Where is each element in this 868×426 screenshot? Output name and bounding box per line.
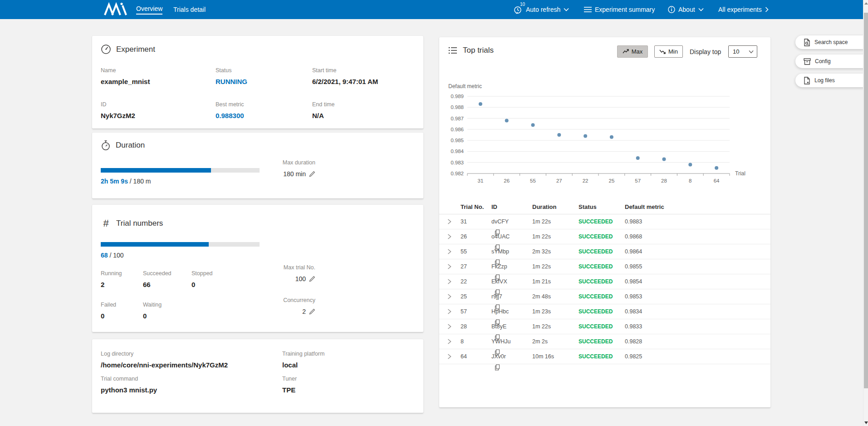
stat-value: 0	[191, 280, 260, 289]
row-expand-chevron-icon[interactable]	[447, 248, 451, 255]
row-expand-chevron-icon[interactable]	[447, 263, 451, 270]
field-tuner: Tuner TPE	[282, 375, 423, 395]
top-trials-title: Top trials	[463, 46, 494, 55]
duration-card: Duration 2h 5m 9s / 180 m Max duration 1…	[92, 133, 423, 198]
trend-up-icon	[623, 49, 629, 54]
row-expand-chevron-icon[interactable]	[447, 293, 451, 300]
vertical-scrollbar[interactable]	[863, 0, 868, 426]
table-row: 28 Bt8yE 1m 22s SUCCEEDED 0.9833	[439, 319, 770, 334]
row-expand-chevron-icon[interactable]	[447, 308, 451, 315]
nni-logo-icon	[103, 2, 129, 17]
log-file-icon	[804, 77, 810, 84]
table-row: 55 sYMbp 2m 32s SUCCEEDED 0.9864	[439, 244, 770, 259]
field-value: /home/core/nni-experiments/Nyk7GzM2	[101, 361, 282, 370]
auto-refresh-badge: 10	[520, 2, 525, 7]
trial-numbers-card-title: Trial numbers	[116, 219, 163, 228]
cell-trial-no: 27	[461, 259, 467, 274]
field-value: example_mnist	[101, 77, 216, 86]
cell-status: SUCCEEDED	[579, 304, 613, 319]
copy-icon[interactable]	[495, 364, 500, 371]
cell-trial-no: 25	[461, 289, 467, 304]
display-top-dropdown[interactable]: 10	[728, 45, 757, 58]
max-button-label: Max	[632, 48, 643, 55]
all-experiments-label: All experiments	[718, 6, 762, 13]
field-value: TPE	[282, 386, 423, 395]
config-button[interactable]: Config	[795, 54, 864, 68]
auto-refresh-label: Auto refresh	[526, 6, 560, 13]
field-log-directory: Log directory /home/core/nni-experiments…	[101, 350, 282, 370]
scrollbar-down-arrow[interactable]	[864, 421, 868, 424]
nav-tab-trials-detail[interactable]: Trials detail	[173, 0, 206, 19]
edit-pencil-icon[interactable]	[309, 171, 315, 178]
cell-duration: 10m 16s	[532, 349, 554, 364]
field-value: local	[282, 361, 423, 370]
info-fields: Log directory /home/core/nni-experiments…	[101, 350, 423, 395]
svg-text:0.983: 0.983	[451, 160, 464, 165]
scrollbar-thumb[interactable]	[864, 13, 868, 388]
stat-waiting: Waiting 0	[143, 301, 191, 321]
cell-status: SUCCEEDED	[579, 334, 613, 349]
edit-pencil-icon[interactable]	[309, 308, 315, 315]
chevron-down-icon	[749, 50, 754, 54]
top-trials-table: Trial No. ID Duration Status Default met…	[439, 200, 770, 364]
field-label: Tuner	[282, 375, 423, 382]
duration-progress-text: 2h 5m 9s / 180 m	[101, 178, 260, 185]
table-header-row: Trial No. ID Duration Status Default met…	[439, 200, 770, 214]
duration-total: / 180 m	[128, 178, 151, 185]
trials-progress-text: 68 / 100	[101, 252, 260, 259]
concurrency-block: Concurrency 2	[265, 297, 315, 315]
nav-tab-trials-detail-label: Trials detail	[173, 6, 206, 13]
table-row: 25 r9jj7 2m 48s SUCCEEDED 0.9853	[439, 289, 770, 304]
col-header-duration: Duration	[532, 200, 556, 214]
cell-default-metric: 0.9854	[625, 274, 642, 289]
experiment-summary-button[interactable]: Experiment summary	[584, 0, 655, 19]
row-expand-chevron-icon[interactable]	[447, 338, 451, 345]
scrollbar-up-arrow[interactable]	[864, 2, 868, 5]
nav-tab-overview[interactable]: Overview	[136, 0, 162, 19]
auto-refresh-control[interactable]: 10 Auto refresh	[514, 0, 569, 19]
log-files-button[interactable]: Log files	[795, 74, 864, 87]
metric-min-button[interactable]: Min	[654, 45, 683, 58]
stat-label: Waiting	[143, 301, 191, 308]
row-expand-chevron-icon[interactable]	[447, 218, 451, 225]
chevron-down-icon	[564, 8, 569, 11]
svg-text:0.989: 0.989	[451, 94, 464, 99]
svg-text:0.986: 0.986	[451, 127, 464, 132]
experiment-card-header: Experiment	[101, 44, 423, 54]
top-trials-card: Top trials Max Min Display top 10 Defaul…	[439, 37, 770, 407]
row-expand-chevron-icon[interactable]	[447, 323, 451, 330]
field-id: ID Nyk7GzM2	[101, 101, 216, 120]
stat-stopped: Stopped 0	[191, 270, 260, 289]
config-box-icon	[804, 58, 811, 65]
cell-trial-no: 55	[461, 244, 467, 259]
config-label: Config	[815, 58, 831, 64]
chevron-right-icon	[765, 7, 769, 12]
field-label: End time	[312, 101, 423, 108]
about-menu[interactable]: About	[668, 0, 704, 19]
cell-status: SUCCEEDED	[579, 259, 613, 274]
row-expand-chevron-icon[interactable]	[447, 353, 451, 360]
field-value: N/A	[312, 111, 423, 120]
hash-icon: #	[101, 218, 111, 229]
svg-text:8: 8	[689, 178, 691, 183]
row-expand-chevron-icon[interactable]	[447, 278, 451, 285]
svg-text:26: 26	[504, 178, 510, 183]
field-label: ID	[101, 101, 216, 108]
trials-progress-fill	[101, 242, 209, 247]
search-space-button[interactable]: Search space	[795, 35, 864, 49]
field-best-metric: Best metric 0.988300	[216, 101, 312, 120]
svg-text:55: 55	[530, 178, 536, 183]
svg-text:22: 22	[583, 178, 588, 183]
table-row: 26 o4UAC 1m 22s SUCCEEDED 0.9868	[439, 229, 770, 244]
stopwatch-icon	[101, 140, 111, 151]
row-expand-chevron-icon[interactable]	[447, 233, 451, 240]
metric-max-button[interactable]: Max	[617, 45, 648, 58]
log-files-label: Log files	[814, 77, 835, 84]
field-label: Start time	[312, 67, 423, 74]
cell-duration: 1m 22s	[532, 214, 551, 229]
cell-default-metric: 0.9864	[625, 244, 642, 259]
edit-pencil-icon[interactable]	[309, 276, 315, 282]
display-top-label: Display top	[690, 48, 721, 55]
all-experiments-link[interactable]: All experiments	[718, 0, 769, 19]
top-navbar: Overview Trials detail 10 Auto refresh E…	[0, 0, 863, 19]
